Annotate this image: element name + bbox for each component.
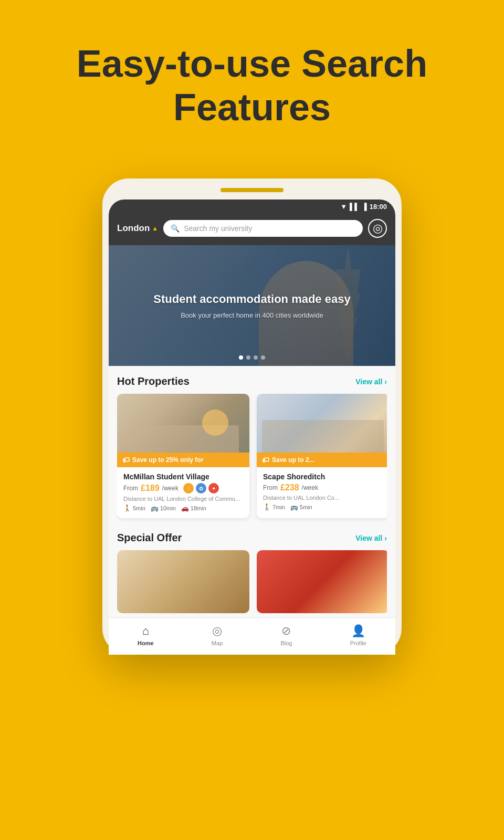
hero-title: Easy-to-use Search Features bbox=[0, 42, 504, 129]
transit-icon-2: 🚌 bbox=[290, 503, 298, 511]
property-info-1: McMillan Student Village From £189 /week… bbox=[117, 467, 249, 518]
tag-icon: 🏷 bbox=[122, 456, 130, 464]
drive-time-1: 🚗 18min bbox=[181, 505, 206, 512]
nav-item-map[interactable]: ◎ Map bbox=[212, 624, 223, 646]
property-card-2[interactable]: 🏷 Save up to 2... Scape Shoreditch From … bbox=[257, 394, 387, 518]
dot-1[interactable] bbox=[239, 355, 243, 360]
search-icon: 🔍 bbox=[171, 224, 180, 233]
price-from-label-2: From bbox=[263, 484, 278, 491]
search-bar-area: London ▲ 🔍 Search my university ◎ bbox=[109, 214, 395, 245]
nav-label-home: Home bbox=[138, 640, 154, 646]
blog-icon: ⊘ bbox=[281, 624, 291, 638]
phone-mockup: ▼ ▌▌ ▐ 18:00 London ▲ 🔍 Search my univer… bbox=[102, 178, 402, 655]
search-input-box[interactable]: 🔍 Search my university bbox=[163, 220, 363, 237]
offer-badge-orange: ↑ bbox=[183, 483, 194, 494]
hero-banner: Student accommodation made easy Book you… bbox=[109, 245, 395, 366]
special-offer-view-all[interactable]: View all › bbox=[355, 534, 387, 542]
property-distance-2: Distance to UAL London Co... bbox=[263, 495, 383, 501]
transport-row-1: 🚶 5min 🚌 10min 🚗 18min bbox=[123, 505, 243, 512]
status-bar: ▼ ▌▌ ▐ 18:00 bbox=[109, 200, 395, 214]
home-icon: ⌂ bbox=[142, 624, 149, 638]
property-name-1: McMillan Student Village bbox=[123, 472, 243, 481]
price-from-label-1: From bbox=[123, 485, 138, 492]
hot-properties-title: Hot Properties bbox=[117, 375, 190, 387]
banner-title: Student accommodation made easy bbox=[153, 292, 350, 307]
property-info-2: Scape Shoreditch From £238 /week Distanc… bbox=[257, 467, 387, 517]
banner-subtitle: Book your perfect home in 400 cities wor… bbox=[153, 311, 350, 319]
special-card-1[interactable] bbox=[117, 550, 249, 613]
map-icon: ◎ bbox=[212, 624, 222, 638]
special-offer-section: Special Offer View all › bbox=[109, 527, 395, 617]
chevron-right-icon-2: › bbox=[384, 534, 387, 542]
offer-badges-1: ↑ ✿ ✦ bbox=[183, 483, 219, 494]
special-cards-row bbox=[117, 550, 387, 617]
nav-label-blog: Blog bbox=[280, 640, 292, 646]
tag-icon-2: 🏷 bbox=[262, 456, 269, 464]
bottom-nav: ⌂ Home ◎ Map ⊘ Blog 👤 Profile bbox=[109, 617, 395, 655]
hot-properties-view-all[interactable]: View all › bbox=[355, 377, 387, 386]
dot-3[interactable] bbox=[254, 355, 258, 360]
hot-properties-header: Hot Properties View all › bbox=[117, 366, 387, 394]
headset-icon[interactable]: ◎ bbox=[368, 219, 387, 238]
price-per-2: /week bbox=[302, 484, 318, 491]
transit-icon: 🚌 bbox=[151, 505, 159, 512]
city-dropdown-arrow: ▲ bbox=[152, 225, 158, 232]
price-amount-1: £189 bbox=[141, 484, 160, 493]
walk-icon: 🚶 bbox=[123, 505, 131, 512]
dot-2[interactable] bbox=[246, 355, 250, 360]
property-card-1[interactable]: 🏷 Save up to 25% only for McMillan Stude… bbox=[117, 394, 249, 518]
battery-icon: ▐ bbox=[362, 203, 367, 211]
status-time: 18:00 bbox=[370, 203, 387, 211]
price-amount-2: £238 bbox=[280, 483, 299, 492]
property-image-1: 🏷 Save up to 25% only for bbox=[117, 394, 249, 467]
save-badge-2: 🏷 Save up to 2... bbox=[257, 453, 387, 467]
nav-item-profile[interactable]: 👤 Profile bbox=[350, 624, 366, 646]
phone-notch bbox=[220, 188, 284, 192]
special-offer-title: Special Offer bbox=[117, 532, 182, 544]
special-offer-header: Special Offer View all › bbox=[117, 527, 387, 550]
property-name-2: Scape Shoreditch bbox=[263, 472, 383, 481]
nav-label-profile: Profile bbox=[350, 640, 366, 646]
banner-text-block: Student accommodation made easy Book you… bbox=[138, 292, 366, 319]
drive-icon: 🚗 bbox=[181, 505, 189, 512]
offer-badge-blue: ✿ bbox=[196, 483, 206, 494]
search-placeholder: Search my university bbox=[184, 224, 252, 233]
offer-badge-red: ✦ bbox=[208, 483, 219, 494]
property-price-row-1: From £189 /week ↑ ✿ ✦ bbox=[123, 483, 243, 494]
nav-label-map: Map bbox=[212, 640, 223, 646]
city-name: London bbox=[117, 223, 150, 234]
banner-pagination-dots bbox=[239, 355, 265, 360]
dot-4[interactable] bbox=[261, 355, 265, 360]
phone-screen: ▼ ▌▌ ▐ 18:00 London ▲ 🔍 Search my univer… bbox=[109, 200, 395, 655]
nav-item-home[interactable]: ⌂ Home bbox=[138, 624, 154, 646]
property-image-2: 🏷 Save up to 2... bbox=[257, 394, 387, 467]
chevron-right-icon: › bbox=[384, 377, 387, 386]
transit-time-2: 🚌 5min bbox=[290, 503, 312, 511]
save-badge-1: 🏷 Save up to 25% only for bbox=[117, 453, 249, 467]
nav-item-blog[interactable]: ⊘ Blog bbox=[280, 624, 292, 646]
property-price-row-2: From £238 /week bbox=[263, 483, 383, 492]
walk-icon-2: 🚶 bbox=[263, 503, 271, 511]
property-distance-1: Distance to UAL London College of Commu.… bbox=[123, 496, 243, 502]
status-icons: ▼ ▌▌ ▐ 18:00 bbox=[340, 203, 387, 211]
price-per-1: /week bbox=[162, 485, 178, 492]
special-card-2[interactable] bbox=[257, 550, 387, 613]
city-selector[interactable]: London ▲ bbox=[117, 223, 158, 234]
walk-time-1: 🚶 5min bbox=[123, 505, 145, 512]
transit-time-1: 🚌 10min bbox=[151, 505, 176, 512]
transport-row-2: 🚶 7min 🚌 5min bbox=[263, 503, 383, 511]
wifi-icon: ▼ bbox=[340, 203, 347, 211]
properties-row: 🏷 Save up to 25% only for McMillan Stude… bbox=[117, 394, 387, 527]
walk-time-2: 🚶 7min bbox=[263, 503, 285, 511]
profile-icon: 👤 bbox=[351, 624, 365, 638]
signal-icon: ▌▌ bbox=[350, 203, 359, 211]
content-area: Hot Properties View all › 🏷 Save up to 2… bbox=[109, 366, 395, 527]
